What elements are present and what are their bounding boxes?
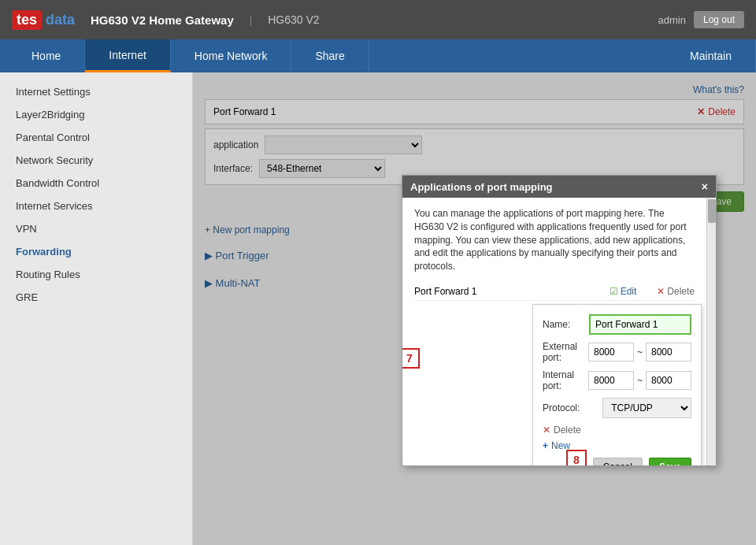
tilde-ext: ~ bbox=[637, 347, 643, 358]
tab-share[interactable]: Share bbox=[291, 39, 369, 72]
protocol-select[interactable]: TCP/UDP TCP UDP bbox=[602, 398, 691, 418]
edit-panel: 7 Name: External port: bbox=[532, 304, 702, 465]
plus-icon: + bbox=[543, 440, 548, 451]
sidebar-item-vpn[interactable]: VPN bbox=[0, 217, 192, 240]
header: tes data HG630 V2 Home Gateway | HG630 V… bbox=[0, 0, 756, 39]
logout-button[interactable]: Log out bbox=[694, 11, 744, 28]
sidebar-item-bandwidth-control[interactable]: Bandwidth Control bbox=[0, 172, 192, 195]
x-icon-edit: ✕ bbox=[543, 425, 550, 436]
modal-content-wrapper: You can manage the applications of port … bbox=[402, 198, 716, 465]
content-area: What's this? Port Forward 1 ✕ Delete app… bbox=[193, 72, 756, 545]
edit-new-link[interactable]: + New bbox=[543, 440, 691, 451]
internal-port-label: Internal port: bbox=[543, 369, 582, 391]
external-port-label: External port: bbox=[543, 341, 582, 363]
sidebar: Internet Settings Layer2Bridging Parenta… bbox=[0, 72, 193, 545]
sidebar-item-internet-settings[interactable]: Internet Settings bbox=[0, 80, 192, 103]
modal-description: You can manage the applications of port … bbox=[414, 207, 695, 273]
modal-titlebar: Applications of port mapping × bbox=[402, 176, 716, 198]
tab-home[interactable]: Home bbox=[0, 39, 85, 72]
header-model: HG630 V2 bbox=[268, 13, 319, 26]
modal-scrollbar[interactable] bbox=[706, 198, 716, 465]
modal-title: Applications of port mapping bbox=[410, 181, 553, 193]
sidebar-item-routing-rules[interactable]: Routing Rules bbox=[0, 263, 192, 286]
name-form-row: Name: bbox=[543, 314, 691, 335]
header-title: HG630 V2 Home Gateway bbox=[91, 13, 234, 27]
name-input[interactable] bbox=[589, 314, 691, 335]
logo: tes data bbox=[12, 10, 75, 30]
modal-body: You can manage the applications of port … bbox=[402, 198, 706, 465]
checkbox-icon: ☑ bbox=[610, 286, 618, 297]
nav-tabs: Home Internet Home Network Share Maintai… bbox=[0, 39, 756, 72]
step-8-badge: 8 bbox=[566, 450, 587, 465]
edit-panel-footer: 8 Cancel Save bbox=[543, 458, 691, 465]
int-port-to-input[interactable] bbox=[646, 371, 691, 390]
edit-save-button[interactable]: Save bbox=[649, 458, 691, 465]
int-port-from-input[interactable] bbox=[588, 371, 634, 390]
ext-port-to-input[interactable] bbox=[646, 343, 691, 361]
app-edit-link[interactable]: ☑ Edit bbox=[610, 286, 637, 297]
external-port-form-row: External port: ~ bbox=[543, 341, 691, 363]
protocol-form-row: Protocol: TCP/UDP TCP UDP bbox=[543, 398, 691, 418]
logo-data: data bbox=[46, 12, 75, 28]
sidebar-item-layer2bridging[interactable]: Layer2Bridging bbox=[0, 103, 192, 126]
header-right: admin Log out bbox=[658, 11, 744, 28]
tab-home-network[interactable]: Home Network bbox=[171, 39, 292, 72]
edit-panel-container: 7 Name: External port: bbox=[414, 304, 695, 465]
main-layout: Internet Settings Layer2Bridging Parenta… bbox=[0, 72, 756, 545]
sidebar-item-gre[interactable]: GRE bbox=[0, 286, 192, 309]
app-delete-link[interactable]: ✕ Delete bbox=[657, 286, 695, 297]
external-port-pair: ~ bbox=[588, 343, 691, 361]
tab-maintain[interactable]: Maintain bbox=[666, 39, 756, 72]
protocol-label: Protocol: bbox=[543, 402, 596, 413]
header-divider: | bbox=[250, 14, 252, 26]
modal-dialog: Applications of port mapping × You can m… bbox=[402, 175, 717, 466]
name-label: Name: bbox=[543, 319, 583, 330]
x-icon-modal: ✕ bbox=[657, 286, 665, 297]
admin-label: admin bbox=[658, 14, 686, 26]
sidebar-item-parental-control[interactable]: Parental Control bbox=[0, 126, 192, 149]
logo-tes: tes bbox=[12, 10, 42, 30]
modal-close-button[interactable]: × bbox=[702, 180, 708, 193]
modal-scrollbar-thumb bbox=[708, 199, 716, 223]
tab-internet[interactable]: Internet bbox=[85, 39, 170, 72]
tilde-int: ~ bbox=[637, 375, 643, 386]
ext-port-from-input[interactable] bbox=[588, 343, 634, 361]
internal-port-form-row: Internal port: ~ bbox=[543, 369, 691, 391]
internal-port-pair: ~ bbox=[588, 371, 691, 390]
edit-delete-link[interactable]: ✕ Delete bbox=[543, 425, 691, 436]
app-name: Port Forward 1 bbox=[414, 286, 603, 297]
sidebar-item-internet-services[interactable]: Internet Services bbox=[0, 195, 192, 217]
sidebar-item-forwarding[interactable]: Forwarding bbox=[0, 240, 192, 263]
sidebar-item-network-security[interactable]: Network Security bbox=[0, 149, 192, 172]
edit-cancel-button[interactable]: Cancel bbox=[593, 458, 643, 465]
app-row: Port Forward 1 ☑ Edit ✕ Delete bbox=[414, 283, 695, 301]
step-7-badge: 7 bbox=[402, 348, 420, 369]
